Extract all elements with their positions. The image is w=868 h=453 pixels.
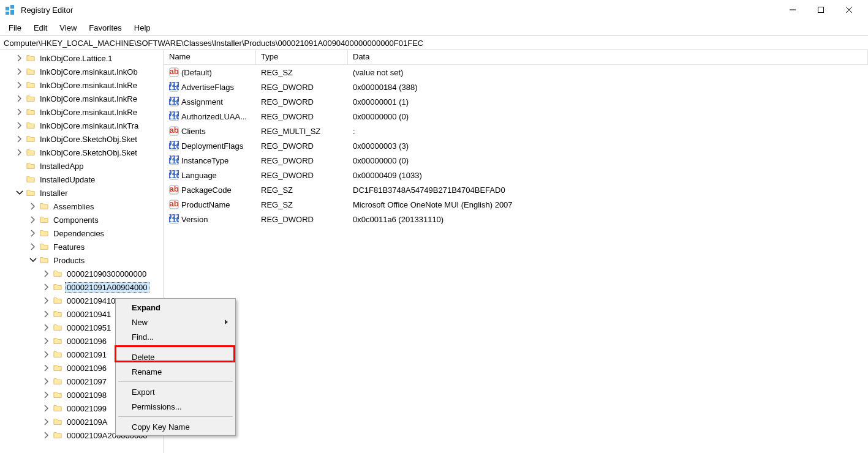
chevron-right-icon[interactable] [42, 390, 51, 400]
list-row[interactable]: PackageCodeREG_SZDC1F81B3748A54749B271B4… [164, 182, 868, 197]
chevron-right-icon[interactable] [42, 296, 51, 305]
list-row[interactable]: AssignmentREG_DWORD0x00000001 (1) [164, 94, 868, 109]
chevron-right-icon[interactable] [42, 417, 51, 427]
tree-row[interactable]: InkObjCore.Lattice.1 [0, 51, 164, 65]
tree-row[interactable]: InkObjCore.SketchObj.Sket [0, 146, 164, 159]
cell-data: 0x00000409 (1033) [348, 171, 868, 180]
list-row[interactable]: ClientsREG_MULTI_SZ: [164, 124, 868, 138]
close-button[interactable] [835, 1, 863, 19]
col-header-name[interactable]: Name [164, 50, 256, 64]
tree-row[interactable]: InstalledApp [0, 159, 164, 173]
folder-icon [53, 283, 62, 291]
folder-icon [53, 391, 62, 399]
tree-row[interactable]: Assemblies [0, 200, 164, 213]
tree-row[interactable]: InstalledUpdate [0, 173, 164, 186]
menu-edit[interactable]: Edit [28, 21, 53, 35]
minimize-button[interactable] [779, 1, 807, 19]
chevron-right-icon[interactable] [15, 107, 25, 117]
col-header-type[interactable]: Type [256, 50, 348, 64]
tree-row[interactable]: InkObjCore.msinkaut.InkTra [0, 119, 164, 132]
chevron-right-icon[interactable] [28, 215, 38, 225]
tree-row[interactable]: InkObjCore.msinkaut.InkRe [0, 105, 164, 119]
cell-data: 0x00000003 (3) [348, 141, 868, 151]
maximize-button[interactable] [807, 1, 835, 19]
chevron-right-icon[interactable] [15, 121, 25, 130]
tree-row[interactable]: InkObjCore.msinkaut.InkRe [0, 92, 164, 105]
menu-help[interactable]: Help [128, 21, 157, 35]
list-row[interactable]: ProductNameREG_SZMicrosoft Office OneNot… [164, 197, 868, 212]
chevron-right-icon[interactable] [28, 228, 38, 238]
chevron-down-icon[interactable] [28, 255, 38, 265]
context-menu-item[interactable]: Rename [117, 364, 234, 379]
chevron-right-icon[interactable] [42, 336, 51, 346]
folder-icon [53, 337, 62, 345]
chevron-right-icon[interactable] [42, 376, 51, 386]
chevron-right-icon[interactable] [42, 282, 51, 292]
context-menu-item[interactable]: Find... [117, 329, 234, 344]
folder-icon [53, 323, 62, 332]
chevron-right-icon[interactable] [42, 363, 51, 373]
list-row[interactable]: (Default)REG_SZ(value not set) [164, 65, 868, 80]
context-menu-item[interactable]: Delete [117, 350, 234, 364]
address-bar[interactable]: Computer\HKEY_LOCAL_MACHINE\SOFTWARE\Cla… [0, 36, 868, 50]
chevron-right-icon[interactable] [15, 134, 25, 144]
chevron-right-icon[interactable] [28, 201, 38, 211]
chevron-down-icon[interactable] [15, 188, 25, 198]
menu-favorites[interactable]: Favorites [83, 21, 127, 35]
list-row[interactable]: AdvertiseFlagsREG_DWORD0x00000184 (388) [164, 80, 868, 94]
list-row[interactable]: InstanceTypeREG_DWORD0x00000000 (0) [164, 153, 868, 168]
menu-view[interactable]: View [53, 21, 83, 35]
chevron-right-icon[interactable] [28, 242, 38, 252]
list-row[interactable]: LanguageREG_DWORD0x00000409 (1033) [164, 168, 868, 182]
address-path: Computer\HKEY_LOCAL_MACHINE\SOFTWARE\Cla… [4, 39, 423, 48]
tree-label: InkObjCore.msinkaut.InkOb [38, 67, 140, 77]
cell-name: ProductName [164, 200, 256, 209]
tree-row[interactable]: Products [0, 253, 164, 267]
cell-name: AdvertiseFlags [164, 82, 256, 92]
context-menu-item[interactable]: Export [117, 384, 234, 399]
tree-row[interactable]: Components [0, 213, 164, 226]
context-menu-item[interactable]: Permissions... [117, 399, 234, 414]
chevron-right-icon[interactable] [15, 53, 25, 63]
folder-icon [26, 54, 36, 62]
tree-label: Installer [38, 188, 70, 198]
chevron-right-icon[interactable] [15, 80, 25, 90]
chevron-right-icon[interactable] [15, 94, 25, 103]
list-row[interactable]: AuthorizedLUAA...REG_DWORD0x00000000 (0) [164, 109, 868, 124]
chevron-right-icon[interactable] [42, 309, 51, 319]
tree-label: Components [51, 215, 100, 225]
folder-icon [39, 202, 49, 211]
cell-type: REG_DWORD [256, 141, 348, 151]
folder-icon [53, 269, 62, 278]
chevron-right-icon[interactable] [42, 323, 51, 332]
tree-label: InkObjCore.msinkaut.InkRe [38, 94, 139, 104]
tree-row[interactable]: InkObjCore.msinkaut.InkRe [0, 78, 164, 92]
col-header-data[interactable]: Data [348, 50, 868, 64]
chevron-right-icon[interactable] [42, 350, 51, 359]
tree-label: 000021090300000000 [65, 269, 148, 279]
tree-row[interactable]: Dependencies [0, 226, 164, 240]
chevron-right-icon[interactable] [42, 430, 51, 440]
folder-icon [26, 189, 36, 197]
folder-icon [53, 350, 62, 359]
chevron-right-icon[interactable] [15, 148, 25, 157]
tree-row[interactable]: 000021090300000000 [0, 267, 164, 280]
chevron-right-icon[interactable] [42, 269, 51, 279]
chevron-right-icon[interactable] [42, 403, 51, 413]
context-menu-item[interactable]: Expand [117, 300, 234, 315]
tree-row[interactable]: Installer [0, 186, 164, 200]
tree-row[interactable]: InkObjCore.SketchObj.Sket [0, 132, 164, 146]
tree-row[interactable]: Features [0, 240, 164, 253]
tree-row[interactable]: 000021091A00904000 [0, 280, 164, 294]
context-menu-item[interactable]: Copy Key Name [117, 419, 234, 434]
binary-value-icon [169, 111, 179, 121]
list-row[interactable]: VersionREG_DWORD0x0c0011a6 (201331110) [164, 212, 868, 226]
chevron-right-icon[interactable] [15, 67, 25, 77]
menu-file[interactable]: File [2, 21, 28, 35]
tree-row[interactable]: InkObjCore.msinkaut.InkOb [0, 65, 164, 78]
list-row[interactable]: DeploymentFlagsREG_DWORD0x00000003 (3) [164, 138, 868, 153]
tree-hscroll[interactable] [0, 442, 164, 453]
cell-type: REG_SZ [256, 185, 348, 195]
tree-label: InkObjCore.SketchObj.Sket [38, 134, 139, 144]
context-menu-item[interactable]: New [117, 315, 234, 329]
